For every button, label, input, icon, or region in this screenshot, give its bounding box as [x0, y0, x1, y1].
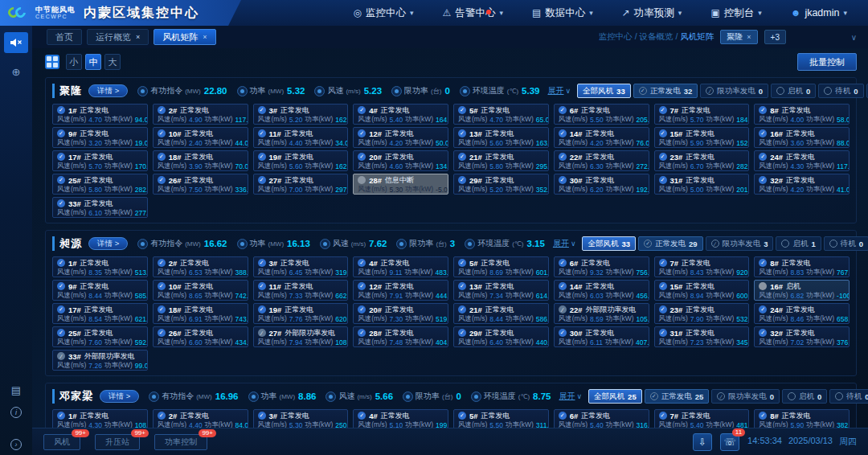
turbine-card[interactable]: 6# 正常发电 风速(m/s) [554, 256, 649, 277]
turbine-card[interactable]: 15# 正常发电 风速(m/s) [654, 280, 750, 301]
turbine-card[interactable]: 24# 正常发电 风速(m/s) [754, 303, 850, 324]
status-filter-button[interactable]: 启机 1 [776, 236, 821, 251]
turbine-card[interactable]: 5# 正常发电 风速(m/s) [453, 104, 549, 125]
tab[interactable]: 风机矩阵 × [154, 29, 215, 45]
batch-control-button[interactable]: 批量控制 [797, 53, 857, 71]
turbine-card[interactable]: 33# 外部限功率发电 风速(m/s) [52, 350, 148, 371]
turbine-card[interactable]: 25# 正常发电 风速(m/s) [52, 174, 148, 195]
turbine-card[interactable]: 27# 正常发电 风速(m/s) [253, 174, 349, 195]
expand-link[interactable]: 展开∨ [553, 238, 576, 249]
turbine-card[interactable]: 4# 正常发电 风速(m/s) [353, 409, 448, 428]
status-filter-button[interactable]: ∕ 限功率发电 0 [711, 389, 780, 404]
turbine-card[interactable]: 9# 正常发电 风速(m/s) [52, 127, 148, 148]
turbine-card[interactable]: 28# 信息中断 风速(m/s) [353, 174, 448, 195]
turbine-card[interactable]: 25# 正常发电 风速(m/s) [52, 326, 148, 347]
turbine-card[interactable]: 21# 正常发电 风速(m/s) [453, 303, 549, 324]
turbine-card[interactable]: 11# 正常发电 风速(m/s) [253, 127, 349, 148]
status-filter-button[interactable]: ✓ 正常发电 32 [633, 84, 698, 98]
info-button[interactable]: i [4, 402, 28, 423]
turbine-card[interactable]: 19# 正常发电 风速(m/s) [253, 303, 349, 324]
alarm-shortcut-button[interactable]: 功率控制 99+ [154, 434, 207, 450]
turbine-card[interactable]: 1# 正常发电 风速(m/s) [52, 256, 148, 277]
card-size-button[interactable]: 大 [104, 54, 121, 70]
status-filter-button[interactable]: 全部风机 33 [582, 236, 636, 251]
turbine-card[interactable]: 22# 正常发电 风速(m/s) [554, 150, 649, 171]
turbine-card[interactable]: 26# 正常发电 风速(m/s) [153, 174, 248, 195]
top-menu-item[interactable]: ◎ 监控中心 ▾ [339, 6, 428, 20]
turbine-card[interactable]: 20# 正常发电 风速(m/s) [353, 303, 448, 324]
turbine-card[interactable]: 13# 正常发电 风速(m/s) [453, 127, 549, 148]
detail-button[interactable]: 详情 > [88, 237, 128, 250]
status-filter-button[interactable]: 启机 0 [771, 84, 816, 98]
detail-button[interactable]: 详情 > [88, 84, 128, 97]
tab[interactable]: 运行概览 × [87, 29, 149, 45]
turbine-card[interactable]: 2# 正常发电 风速(m/s) [153, 409, 248, 428]
tab[interactable]: 首页 [47, 29, 82, 45]
turbine-card[interactable]: 9# 正常发电 风速(m/s) [52, 280, 148, 301]
turbine-card[interactable]: 32# 正常发电 风速(m/s) [754, 326, 850, 347]
more-chip[interactable]: +3 [764, 30, 786, 44]
turbine-card[interactable]: 18# 正常发电 风速(m/s) [153, 303, 248, 324]
turbine-card[interactable]: 29# 正常发电 风速(m/s) [453, 326, 549, 347]
card-size-button[interactable]: 小 [66, 54, 82, 70]
turbine-card[interactable]: 10# 正常发电 风速(m/s) [153, 127, 248, 148]
status-filter-button[interactable]: 启机 0 [782, 389, 827, 404]
turbine-card[interactable]: 30# 正常发电 风速(m/s) [554, 326, 649, 347]
turbine-card[interactable]: 32# 正常发电 风速(m/s) [754, 174, 850, 195]
turbine-card[interactable]: 22# 外部限功率发电 风速(m/s) [554, 303, 649, 324]
turbine-card[interactable]: 24# 正常发电 风速(m/s) [754, 150, 850, 171]
turbine-card[interactable]: 2# 正常发电 风速(m/s) [153, 104, 248, 125]
turbine-card[interactable]: 5# 正常发电 风速(m/s) [453, 409, 549, 428]
alarm-shortcut-button[interactable]: 升压站 99+ [95, 434, 140, 450]
turbine-card[interactable]: 7# 正常发电 风速(m/s) [654, 409, 750, 428]
turbine-card[interactable]: 7# 正常发电 风速(m/s) [654, 256, 750, 277]
turbine-card[interactable]: 8# 正常发电 风速(m/s) [754, 104, 850, 125]
turbine-card[interactable]: 19# 正常发电 风速(m/s) [253, 150, 349, 171]
status-filter-button[interactable]: 待机 0 [829, 389, 868, 404]
turbine-card[interactable]: 16# 启机 风速(m/s) [754, 280, 850, 301]
document-button[interactable]: ▤ [4, 379, 28, 400]
top-menu-item[interactable]: ▤ 数据中心 ▾ [518, 6, 608, 20]
detail-button[interactable]: 详情 > [100, 390, 139, 403]
turbine-card[interactable]: 21# 正常发电 风速(m/s) [453, 150, 549, 171]
turbine-card[interactable]: 1# 正常发电 风速(m/s) [52, 409, 148, 428]
turbine-card[interactable]: 10# 正常发电 风速(m/s) [153, 280, 248, 301]
turbine-card[interactable]: 3# 正常发电 风速(m/s) [253, 409, 349, 428]
top-menu-item[interactable]: ☻ jkadmin ▾ [776, 7, 862, 18]
status-filter-button[interactable]: 全部风机 25 [588, 389, 642, 404]
turbine-card[interactable]: 6# 正常发电 风速(m/s) [554, 409, 649, 428]
status-filter-button[interactable]: ✓ 正常发电 29 [638, 236, 703, 251]
status-filter-button[interactable]: 全部风机 33 [577, 84, 631, 98]
turbine-card[interactable]: 5# 正常发电 风速(m/s) [453, 256, 549, 277]
turbine-card[interactable]: 27# 外部限功率发电 风速(m/s) [253, 326, 349, 347]
turbine-card[interactable]: 31# 正常发电 风速(m/s) [654, 174, 750, 195]
turbine-card[interactable]: 20# 正常发电 风速(m/s) [353, 150, 448, 171]
turbine-card[interactable]: 16# 正常发电 风速(m/s) [754, 127, 850, 148]
turbine-card[interactable]: 28# 正常发电 风速(m/s) [353, 326, 448, 347]
turbine-card[interactable]: 1# 正常发电 风速(m/s) [52, 104, 148, 125]
top-menu-item[interactable]: ⚠ 告警中心 ▾ [428, 6, 518, 20]
turbine-card[interactable]: 8# 正常发电 风速(m/s) [754, 409, 850, 428]
turbine-card[interactable]: 3# 正常发电 风速(m/s) [253, 104, 349, 125]
status-filter-button[interactable]: ∕ 限功率发电 3 [706, 236, 774, 251]
status-filter-button[interactable]: 待机 0 [824, 236, 868, 251]
top-menu-item[interactable]: ▣ 控制台 ▾ [696, 6, 776, 20]
turbine-card[interactable]: 29# 正常发电 风速(m/s) [453, 174, 549, 195]
turbine-card[interactable]: 33# 正常发电 风速(m/s) [52, 197, 148, 218]
status-filter-button[interactable]: ∕ 限功率发电 0 [700, 84, 768, 98]
turbine-card[interactable]: 11# 正常发电 风速(m/s) [253, 280, 349, 301]
add-circle-button[interactable]: ⊕ [4, 61, 28, 82]
turbine-card[interactable]: 23# 正常发电 风速(m/s) [654, 150, 750, 171]
turbine-card[interactable]: 7# 正常发电 风速(m/s) [654, 104, 750, 125]
close-icon[interactable]: × [203, 33, 207, 41]
turbine-card[interactable]: 26# 正常发电 风速(m/s) [153, 326, 248, 347]
turbine-card[interactable]: 14# 正常发电 风速(m/s) [554, 127, 649, 148]
expand-link[interactable]: 展开∨ [559, 391, 583, 402]
mute-button[interactable] [4, 32, 28, 53]
turbine-card[interactable]: 12# 正常发电 风速(m/s) [353, 127, 448, 148]
alarm-shortcut-button[interactable]: 风机 99+ [43, 434, 80, 450]
station-filter-chip[interactable]: 聚隆× [720, 30, 757, 44]
close-icon[interactable]: × [747, 33, 751, 41]
turbine-card[interactable]: 17# 正常发电 风速(m/s) [52, 303, 148, 324]
turbine-card[interactable]: 23# 正常发电 风速(m/s) [654, 303, 750, 324]
